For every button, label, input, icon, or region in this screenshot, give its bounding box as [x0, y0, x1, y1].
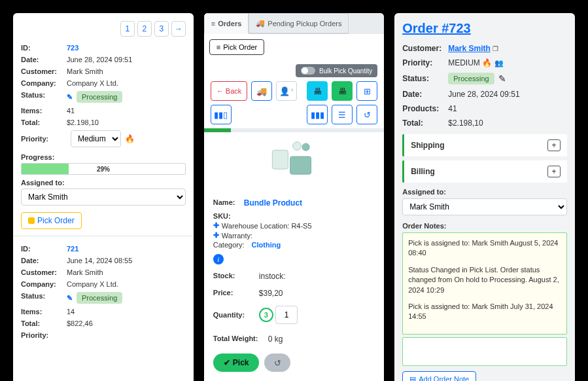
date-value: June 28, 2024 09:51	[67, 56, 132, 64]
new-note-input[interactable]	[402, 337, 567, 366]
priority-label: Priority:	[21, 331, 67, 339]
edit-status-icon[interactable]: ✎	[498, 73, 506, 84]
pick-order-button[interactable]: Pick Order	[21, 212, 82, 229]
print-green-button[interactable]: 🖶	[332, 81, 353, 101]
notes-label: Order Notes:	[402, 222, 567, 230]
truck-icon: 🚚	[256, 86, 267, 96]
priority-label: Priority:	[402, 58, 448, 67]
status-label: Status:	[402, 74, 448, 83]
tab-pending-label: Pending Pickup Orders	[268, 20, 341, 27]
total-value: $822,46	[67, 319, 93, 327]
list-icon: ≡	[216, 43, 220, 51]
total-label: Total:	[21, 319, 67, 327]
assigned-select[interactable]: Mark Smith	[402, 198, 567, 215]
page-2[interactable]: 2	[137, 21, 152, 37]
truck-icon: 🚚	[256, 19, 265, 27]
customer-value: Mark Smith	[67, 67, 103, 75]
weight-label: Total Weight:	[213, 335, 268, 344]
truck-button[interactable]: 🚚	[251, 81, 272, 101]
order-id-link[interactable]: 721	[67, 245, 78, 253]
order-detail-panel: Order #723 Customer:Mark Smith ❐ Priorit…	[394, 13, 575, 381]
status-label: Status:	[21, 292, 67, 304]
customer-link[interactable]: Mark Smith	[448, 44, 491, 53]
page-1[interactable]: 1	[120, 21, 135, 37]
priority-select[interactable]: Medium	[71, 130, 121, 147]
tab-orders[interactable]: ≡Orders	[204, 13, 249, 34]
id-label: ID:	[21, 245, 67, 253]
plus-icon[interactable]: ✚	[213, 231, 219, 240]
items-label: Items:	[21, 308, 67, 316]
billing-section-header[interactable]: Billing +	[402, 160, 567, 183]
total-value: $2.198,10	[67, 118, 99, 126]
quantity-label: Quantity:	[213, 311, 259, 319]
external-link-icon[interactable]: ❐	[493, 45, 498, 52]
user-button[interactable]: 👤⁺	[276, 81, 297, 101]
edit-status-icon[interactable]: ✎	[67, 93, 73, 101]
list-icon: ☰	[338, 110, 346, 120]
category-link[interactable]: Clothing	[252, 241, 281, 249]
stock-label: Stock:	[213, 272, 259, 281]
arrow-right-icon: →	[175, 24, 182, 33]
price-value: $39,20	[259, 289, 283, 298]
edit-status-icon[interactable]: ✎	[67, 294, 73, 302]
list-icon: ≡	[211, 20, 215, 27]
print-icon: 🖶	[313, 86, 322, 96]
warranty-label: Warranty:	[222, 232, 252, 240]
stock-value: instock:	[259, 272, 286, 281]
pick-label: Pick	[233, 358, 249, 367]
date-value: June 28, 2024 09:51	[448, 90, 519, 99]
bulk-pick-toggle[interactable]: Bulk Pick Quantity	[296, 64, 377, 77]
svg-rect-1	[290, 156, 311, 174]
items-value: 41	[67, 107, 75, 115]
print-icon: 🖶	[338, 86, 347, 96]
barcode-icon: ▮▮▮	[311, 110, 324, 120]
company-label: Company:	[21, 280, 67, 288]
tab-pending[interactable]: 🚚Pending Pickup Orders	[249, 13, 349, 34]
back-button[interactable]: ←Back	[211, 81, 247, 101]
progress-fill	[22, 164, 69, 174]
print-blue-button[interactable]: 🖶	[307, 81, 328, 101]
page-next[interactable]: →	[171, 21, 186, 37]
toggle-icon	[301, 67, 315, 75]
date-label: Date:	[21, 257, 67, 264]
products-label: Products:	[402, 104, 448, 113]
priority-value: MEDIUM	[448, 58, 480, 67]
fire-icon: 🔥	[482, 58, 492, 67]
add-note-button[interactable]: ▤ Add Order Note	[402, 371, 476, 381]
barcode-button[interactable]: ▮▮▮	[307, 105, 328, 124]
refresh-button[interactable]: ↺	[356, 105, 377, 124]
expand-icon[interactable]: +	[547, 139, 561, 151]
price-label: Price:	[213, 289, 259, 298]
undo-pick-button[interactable]: ↺	[264, 354, 290, 372]
customer-value: Mark Smith	[67, 268, 103, 276]
add-note-label: Add Order Note	[419, 375, 469, 381]
list-view-button[interactable]: ☰	[332, 105, 353, 124]
priority-label: Priority:	[21, 135, 67, 143]
pick-order-button[interactable]: ≡Pick Order	[209, 39, 264, 55]
grid-button[interactable]: ⊞	[356, 81, 377, 101]
pick-order-label: Pick Order	[37, 216, 75, 225]
quantity-input[interactable]	[275, 306, 298, 324]
page-3[interactable]: 3	[154, 21, 169, 37]
qty-required-badge: 3	[259, 308, 273, 322]
shipping-section-header[interactable]: Shipping +	[402, 134, 567, 156]
pick-button[interactable]: ✔Pick	[213, 354, 260, 372]
note-item: Pick is assigned to: Mark Smith August 5…	[408, 238, 561, 259]
barcode-edit-button[interactable]: ▮▮▯	[211, 105, 232, 124]
info-icon[interactable]: i	[213, 254, 224, 264]
note-item: Status Changed in Pick List. Order statu…	[408, 265, 561, 295]
svg-point-2	[292, 142, 301, 151]
plus-icon[interactable]: ✚	[213, 221, 219, 230]
product-name-link[interactable]: Bundle Product	[244, 198, 302, 208]
clothing-icon	[268, 139, 320, 185]
orders-list-panel: 1 2 3 → ID:723 Date:June 28, 2024 09:51 …	[13, 13, 194, 381]
product-image	[204, 132, 384, 191]
svg-rect-0	[272, 150, 288, 169]
order-id-link[interactable]: 723	[67, 44, 78, 52]
status-badge: Processing	[448, 73, 494, 84]
expand-icon[interactable]: +	[547, 166, 561, 177]
order-title-link[interactable]: Order #723	[402, 21, 567, 36]
square-icon	[28, 217, 35, 224]
assigned-select[interactable]: Mark Smith	[21, 189, 186, 206]
status-badge: Processing	[77, 292, 122, 304]
